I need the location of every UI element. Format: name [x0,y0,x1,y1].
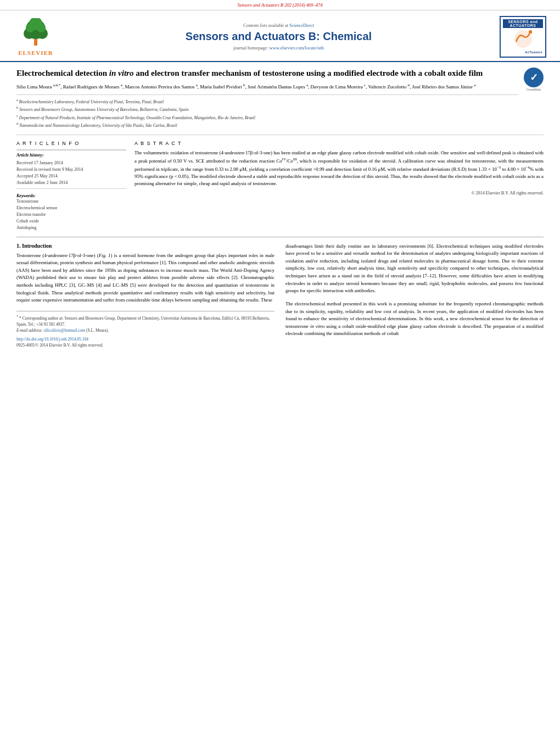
abstract-text: The voltammetric oxidation of testostero… [135,149,544,188]
article-title: Electrochemical detection in vitro and e… [16,68,518,79]
elsevier-tree-icon [19,18,52,48]
svg-text:✓: ✓ [530,72,538,83]
available-date: Available online 2 June 2014 [16,180,126,186]
intro-paragraph-3: The electrochemical method presented in … [285,300,544,338]
article-body: Electrochemical detection in vitro and e… [0,62,560,353]
journal-subtitle: journal homepage: www.elsevier.com/locat… [60,45,497,51]
affiliation-b: b Sensors and Biosensors Group, Autonomo… [16,105,518,113]
affiliation-d: d Nanomedicine and Nanotoxicology Labora… [16,121,518,129]
keyword-5: Antidoping [16,225,126,231]
affiliation-c: c Department of Natural Products, Instit… [16,113,518,121]
footnote-section: * * Corresponding author at: Sensors and… [16,311,275,348]
copyright-line: © 2014 Elsevier B.V. All rights reserved… [135,191,544,196]
affiliation-a: a Bioelectrochemistry Laboratory, Federa… [16,97,518,105]
doi-line: http://dx.doi.org/10.1016/j.snb.2014.05.… [16,337,275,342]
crossmark-badge: ✓ CrossMark [524,68,544,91]
doi-link[interactable]: http://dx.doi.org/10.1016/j.snb.2014.05.… [16,337,88,342]
footnote-email: E-mail address: silicsilicio@hotmail.com… [16,327,275,333]
intro-number: 1. [16,243,21,249]
accepted-date: Accepted 25 May 2014 [16,173,126,180]
article-title-section: Electrochemical detection in vitro and e… [16,68,544,135]
sensors-logo: SENSORS and ACTUATORS AcTuators [500,16,546,58]
journal-center: Contents lists available at ScienceDirec… [60,23,497,51]
issn-line: 0925-4005/© 2014 Elsevier B.V. All right… [16,343,275,348]
intro-paragraph-2: disadvantages limit their daily routine … [285,243,544,295]
keyword-1: Testosterone [16,198,126,205]
sensors-logo-bottom: AcTuators [503,50,543,54]
journal-header: ELSEVIER Contents lists available at Sci… [0,10,560,62]
email-link[interactable]: silicsilicio@hotmail.com [44,328,85,333]
article-title-text: Electrochemical detection in vitro and e… [16,68,518,129]
divider [16,237,544,237]
citation-text: Sensors and Actuators B 202 (2014) 469–4… [237,2,322,8]
sensors-logo-graphic [503,28,543,50]
main-col-left: 1. Introduction Testosterone (4-androste… [16,243,275,348]
article-info-heading: A R T I C L E I N F O [16,141,126,146]
received-date: Received 17 January 2014 [16,160,126,166]
keyword-4: Cobalt oxide [16,218,126,225]
svg-point-6 [37,24,46,32]
journal-title: Sensors and Actuators B: Chemical [60,30,497,43]
crossmark-icon: ✓ [524,68,544,87]
intro-paragraph-1: Testosterone (4-androsten-17β-ol-3-one) … [16,252,275,304]
left-col: A R T I C L E I N F O Article history: R… [16,141,126,231]
svg-point-5 [26,24,35,32]
right-col: A B S T R A C T The voltammetric oxidati… [135,141,544,231]
crossmark-label: CrossMark [524,88,544,91]
sensors-logo-box: SENSORS and ACTUATORS AcTuators [497,16,549,58]
sensors-logo-top: SENSORS and ACTUATORS [503,19,543,28]
elsevier-wordmark: ELSEVIER [18,49,53,56]
main-text-cols: 1. Introduction Testosterone (4-androste… [16,243,544,348]
citation-bar: Sensors and Actuators B 202 (2014) 469–4… [0,0,560,10]
article-info-abstract: A R T I C L E I N F O Article history: R… [16,141,544,231]
homepage-label: journal homepage: [233,45,268,51]
footnote-star: * * Corresponding author at: Sensors and… [16,314,275,327]
affiliations: a Bioelectrochemistry Laboratory, Federa… [16,94,518,129]
sciencedirect-line: Contents lists available at ScienceDirec… [60,23,497,28]
history-label: Article history: [16,153,126,158]
page: Sensors and Actuators B 202 (2014) 469–4… [0,0,560,742]
sciencedirect-link[interactable]: ScienceDirect [289,23,314,28]
sciencedirect-label: Contents lists available at [243,23,288,28]
homepage-link[interactable]: www.elsevier.com/locate/snb [270,45,324,51]
received-revised-date: Received in revised form 9 May 2014 [16,166,126,173]
abstract-heading: A B S T R A C T [135,141,544,146]
authors-line: Silio Lima Moura a,b,*, Rafael Rodrigues… [16,82,518,91]
keyword-3: Electron transfer [16,211,126,218]
intro-heading: Introduction [22,243,52,249]
keywords-label: Keywords: [16,193,126,198]
intro-title: 1. Introduction [16,243,275,249]
keywords-section: Keywords: Testosterone Electrochemical s… [16,193,126,231]
main-col-right: disadvantages limit their daily routine … [285,243,544,348]
elsevier-logo: ELSEVIER [11,18,60,56]
info-box: Article history: Received 17 January 201… [16,149,126,189]
keyword-2: Electrochemical sensor [16,205,126,211]
